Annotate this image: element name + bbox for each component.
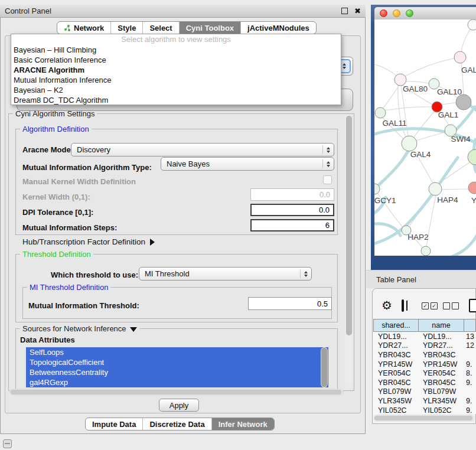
network-node-label: GAL11 bbox=[382, 119, 406, 128]
network-node-label: SWI4 bbox=[451, 135, 470, 144]
table-row[interactable]: YBR045CYBR045C9. bbox=[373, 378, 476, 387]
control-panel-titlebar[interactable]: Control Panel ✖ bbox=[0, 5, 366, 18]
float-window-icon[interactable] bbox=[341, 8, 348, 14]
tab-jactivemnodules[interactable]: jActiveMNodules bbox=[241, 22, 316, 34]
apply-button-label: Apply bbox=[169, 401, 189, 410]
table-row[interactable]: YBL079WYBL079W bbox=[373, 387, 476, 397]
network-node[interactable] bbox=[429, 182, 442, 195]
dropdown-item[interactable]: Mutual Information Inference bbox=[11, 75, 341, 85]
tab-select[interactable]: Select bbox=[143, 22, 179, 34]
table-column-header[interactable]: shared... bbox=[374, 319, 419, 331]
mi-threshold-field[interactable]: 0.5 bbox=[248, 297, 332, 310]
gear-icon[interactable]: ⚙ bbox=[382, 299, 392, 311]
network-edge[interactable] bbox=[441, 189, 468, 190]
combobox-stepper[interactable] bbox=[322, 159, 334, 168]
attribute-list-item[interactable]: gal4RGexp bbox=[26, 377, 328, 387]
tab-impute-data[interactable]: Impute Data bbox=[86, 418, 143, 430]
tab-network[interactable]: Network bbox=[57, 22, 111, 34]
network-edge[interactable] bbox=[416, 132, 445, 141]
network-node[interactable] bbox=[456, 94, 471, 110]
manual-kernel-checkbox[interactable] bbox=[323, 175, 332, 184]
select-all-columns-icon[interactable]: ✓✓ bbox=[422, 302, 438, 309]
dpi-tolerance-field[interactable]: 0.0 bbox=[250, 204, 334, 216]
algorithm-definition-title: Algorithm Definition bbox=[20, 125, 92, 133]
network-canvas[interactable]: GALGAL80GAL10GAL1GAL11SWI4GAL4GCY1HAP4YH… bbox=[374, 19, 476, 256]
attribute-list-item[interactable]: SelfLoops bbox=[26, 347, 328, 357]
table-column-header[interactable]: name bbox=[419, 319, 464, 331]
zoom-traffic-light-icon[interactable] bbox=[406, 9, 413, 17]
dropdown-item[interactable]: Dream8 DC_TDC Algorithm bbox=[11, 95, 341, 105]
combobox-stepper[interactable] bbox=[300, 269, 311, 278]
network-edge[interactable] bbox=[385, 107, 432, 110]
network-window-titlebar[interactable] bbox=[374, 7, 476, 19]
mi-steps-value: 6 bbox=[325, 221, 330, 230]
table-column-header[interactable] bbox=[464, 319, 476, 331]
network-node[interactable] bbox=[468, 182, 476, 194]
dropdown-item[interactable]: Basic Correlation Inference bbox=[11, 55, 341, 65]
network-edge[interactable] bbox=[374, 149, 409, 189]
deselect-all-columns-icon[interactable] bbox=[443, 302, 459, 309]
minimized-panel-icon[interactable] bbox=[3, 439, 12, 448]
table-row[interactable]: YLR345WYLR345W9. bbox=[373, 396, 476, 406]
tab-infer-network[interactable]: Infer Network bbox=[212, 418, 274, 430]
collapse-arrow-icon bbox=[130, 327, 137, 332]
table-row[interactable]: YIL052CYIL052C9. bbox=[373, 406, 476, 414]
hub-definition-expander[interactable]: Hub/Transcription Factor Definition bbox=[22, 237, 155, 246]
table-horizontal-scrollbar[interactable] bbox=[373, 415, 475, 422]
close-traffic-light-icon[interactable] bbox=[380, 9, 387, 17]
dropdown-item[interactable]: Bayesian – K2 bbox=[11, 85, 341, 95]
table-row[interactable]: YBR043CYBR043C bbox=[373, 350, 476, 360]
attributes-list-scrollbar[interactable] bbox=[321, 347, 328, 387]
network-edge[interactable] bbox=[452, 229, 476, 256]
tab-cyni-toolbox[interactable]: Cyni Toolbox bbox=[180, 22, 241, 34]
tab-discretize-data[interactable]: Discretize Data bbox=[143, 418, 211, 430]
network-node-label: GAL4 bbox=[410, 150, 431, 159]
table-row[interactable]: YPR145WYPR145W9. bbox=[373, 360, 476, 369]
settings-horizontal-scrollbar[interactable] bbox=[9, 389, 344, 396]
network-edge[interactable] bbox=[414, 111, 435, 137]
attribute-list-item[interactable]: TopologicalCoefficient bbox=[26, 357, 328, 367]
network-node[interactable] bbox=[375, 107, 386, 118]
table-row[interactable]: YER054CYER054C8. bbox=[373, 369, 476, 378]
table-header-row[interactable]: shared...name bbox=[373, 319, 476, 332]
table-row[interactable]: YDL19...YDL19...13 bbox=[373, 332, 476, 341]
network-node[interactable] bbox=[402, 136, 417, 151]
settings-vertical-scrollbar[interactable] bbox=[345, 115, 353, 389]
mi-threshold-value: 0.5 bbox=[317, 299, 328, 308]
dropdown-item[interactable]: Bayesian – Hill Climbing bbox=[11, 45, 341, 55]
network-graph[interactable]: GALGAL80GAL10GAL1GAL11SWI4GAL4GCY1HAP4YH… bbox=[374, 19, 476, 256]
table-cell: 12 bbox=[464, 341, 476, 350]
network-node[interactable] bbox=[454, 51, 466, 63]
network-icon bbox=[64, 24, 71, 31]
network-node[interactable] bbox=[421, 246, 431, 256]
table-cell: 8. bbox=[464, 369, 476, 377]
kernel-width-label: Kernel Width (0,1): bbox=[22, 193, 90, 201]
expander-arrow-icon bbox=[150, 239, 155, 246]
mi-steps-field[interactable]: 6 bbox=[250, 219, 334, 231]
apply-button[interactable]: Apply bbox=[159, 399, 199, 412]
document-icon[interactable] bbox=[469, 299, 476, 312]
network-node[interactable] bbox=[395, 74, 406, 86]
close-icon[interactable]: ✖ bbox=[354, 7, 361, 15]
network-edge[interactable] bbox=[442, 103, 457, 105]
tab-style[interactable]: Style bbox=[111, 22, 143, 34]
which-threshold-combobox[interactable]: MI Threshold bbox=[139, 267, 312, 281]
combobox-stepper[interactable] bbox=[322, 145, 334, 154]
minimize-traffic-light-icon[interactable] bbox=[393, 9, 400, 17]
network-edge[interactable] bbox=[406, 81, 429, 83]
table-cell: 9. bbox=[464, 360, 476, 369]
table-row[interactable]: YDR27...YDR27...12 bbox=[373, 341, 476, 351]
kernel-width-field[interactable]: 0.0 bbox=[250, 188, 334, 201]
attribute-list-item[interactable]: BetweennessCentrality bbox=[26, 367, 328, 377]
aracne-mode-combobox[interactable]: Discovery bbox=[71, 143, 334, 156]
network-edge[interactable] bbox=[405, 57, 460, 76]
dropdown-item[interactable]: ARACNE Algorithm bbox=[11, 65, 341, 75]
network-node-label: Y bbox=[471, 196, 476, 205]
network-edge[interactable] bbox=[374, 64, 397, 76]
split-columns-icon[interactable] bbox=[402, 299, 404, 312]
mi-type-value: Naive Bayes bbox=[167, 159, 210, 168]
mi-type-combobox[interactable]: Naive Bayes bbox=[161, 157, 334, 171]
network-node[interactable] bbox=[468, 19, 476, 30]
network-node[interactable] bbox=[468, 149, 476, 165]
table-panel-title: Table Panel bbox=[376, 275, 416, 284]
